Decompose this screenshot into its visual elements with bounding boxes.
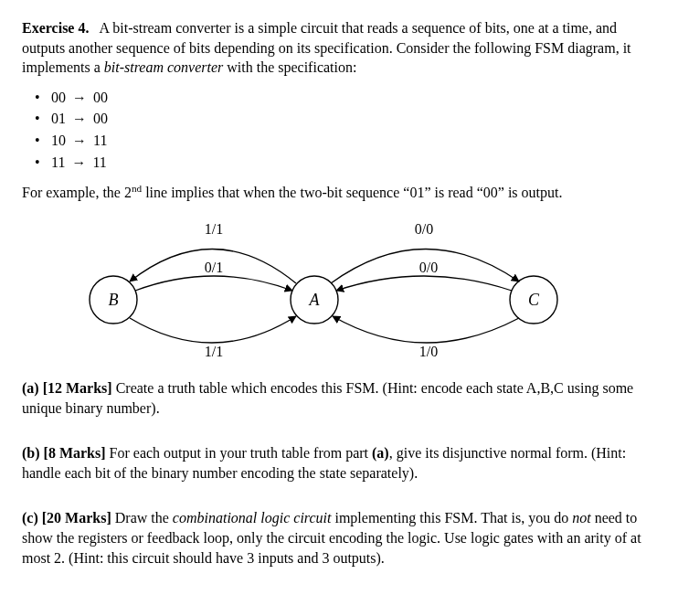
example-mid: line implies that when the two-bit seque… [142, 185, 562, 200]
spec-lhs: 00 [51, 90, 66, 105]
exercise-label: Exercise 4. [22, 20, 89, 36]
part-c-text-pre: Draw the [111, 510, 173, 526]
fsm-diagram: B A C 1/1 0/1 1/1 0/0 0/0 1/0 [22, 208, 656, 364]
edge-b-to-a-bottom [130, 316, 296, 343]
arrow-icon: → [69, 154, 89, 170]
spec-rhs: 00 [93, 111, 108, 126]
part-c-marks: [20 Marks] [42, 510, 111, 526]
edge-label-bot-left: 1/1 [205, 344, 223, 359]
example-pre: For example, the 2 [22, 185, 132, 200]
state-b-label: B [109, 291, 119, 309]
example-sup: nd [132, 183, 142, 194]
edge-c-to-a-mid [336, 276, 512, 291]
state-c-label: C [528, 291, 540, 309]
spec-lhs: 10 [51, 133, 66, 148]
part-b: (b) [8 Marks] For each output in your tr… [22, 443, 656, 483]
part-b-text-pre: For each output in your truth table from… [106, 445, 372, 461]
spec-lhs: 11 [51, 154, 65, 170]
spec-item: 01 → 00 [48, 108, 656, 130]
edge-label-top-left: 1/1 [205, 221, 223, 237]
example-line: For example, the 2nd line implies that w… [22, 182, 656, 203]
spec-item: 10 → 11 [48, 130, 656, 152]
fsm-svg: B A C 1/1 0/1 1/1 0/0 0/0 1/0 [22, 208, 625, 364]
part-c: (c) [20 Marks] Draw the combinational lo… [22, 508, 656, 568]
arrow-icon: → [69, 90, 90, 105]
part-a-marks: [12 Marks] [43, 380, 112, 396]
arrow-icon: → [69, 133, 90, 148]
edge-c-to-a-bottom [333, 316, 519, 343]
intro-text-2: with the specification: [223, 59, 356, 75]
edge-label-mid-left: 0/1 [205, 260, 223, 275]
part-c-label: (c) [22, 510, 38, 526]
edge-b-to-a-mid [135, 276, 292, 291]
spec-rhs: 11 [93, 133, 107, 148]
intro-italic: bit-stream converter [104, 59, 223, 75]
part-c-italic: combinational logic circuit [173, 510, 332, 526]
part-c-text-mid: implementing this FSM. That is, you do [331, 510, 572, 526]
spec-rhs: 11 [92, 154, 106, 170]
spec-rhs: 00 [93, 90, 108, 105]
edge-label-mid-right: 0/0 [419, 260, 438, 275]
exercise-intro: Exercise 4. A bit-stream converter is a … [22, 18, 656, 78]
part-b-label: (b) [22, 445, 40, 461]
state-a-label: A [309, 291, 321, 309]
spec-list: 00 → 00 01 → 00 10 → 11 11 → 11 [22, 87, 656, 173]
spec-item: 11 → 11 [48, 152, 656, 174]
part-b-marks: [8 Marks] [44, 445, 106, 461]
part-c-not: not [572, 510, 590, 526]
part-b-ref: (a) [372, 445, 389, 461]
part-a-text: Create a truth table which encodes this … [22, 380, 633, 416]
part-a-label: (a) [22, 380, 39, 396]
part-a: (a) [12 Marks] Create a truth table whic… [22, 378, 656, 418]
edge-label-top-right: 0/0 [415, 221, 433, 237]
edge-label-bot-right: 1/0 [419, 344, 438, 359]
spec-item: 00 → 00 [48, 87, 656, 109]
spec-lhs: 01 [51, 111, 66, 126]
arrow-icon: → [69, 111, 90, 126]
